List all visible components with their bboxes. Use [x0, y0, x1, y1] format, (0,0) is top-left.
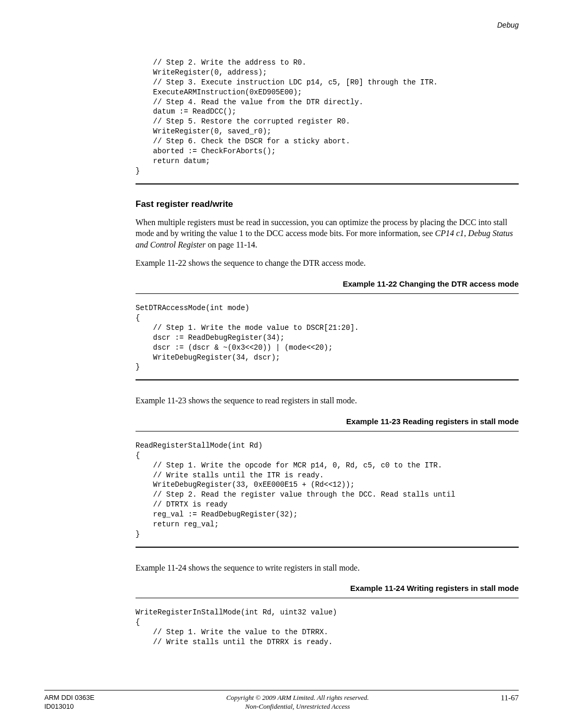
example-caption-11-24: Example 11-24 Writing registers in stall…	[136, 584, 519, 593]
para1-part-c: on page 11-14.	[206, 240, 258, 249]
footer-revid: ID013010	[44, 702, 94, 711]
header-section-label: Debug	[44, 21, 519, 29]
section-heading-fast-rw: Fast register read/write	[136, 199, 519, 209]
code-block-2: SetDTRAccessMode(int mode) { // Step 1. …	[136, 303, 519, 372]
example-caption-11-22: Example 11-22 Changing the DTR access mo…	[136, 279, 519, 288]
paragraph-ex22-lead: Example 11-22 shows the sequence to chan…	[136, 257, 519, 269]
paragraph-ex23-lead: Example 11-23 shows the sequence to read…	[136, 395, 519, 406]
code-block-4: WriteRegisterInStallMode(int Rd, uint32 …	[136, 608, 519, 647]
code-block-3: ReadRegisterStallMode(int Rd) { // Step …	[136, 441, 519, 539]
footer-copyright: Copyright © 2009 ARM Limited. All rights…	[94, 694, 500, 702]
rule	[136, 547, 519, 548]
paragraph-ex24-lead: Example 11-24 shows the sequence to writ…	[136, 562, 519, 574]
paragraph-intro: When multiple registers must be read in …	[136, 217, 519, 251]
code-block-1: // Step 2. Write the address to R0. Writ…	[136, 58, 519, 176]
footer-rule	[44, 690, 519, 690]
rule	[136, 431, 519, 431]
rule	[136, 598, 519, 598]
footer-classification: Non-Confidential, Unrestricted Access	[94, 702, 500, 711]
rule	[136, 379, 519, 380]
footer-docid: ARM DDI 0363E	[44, 694, 94, 702]
example-caption-11-23: Example 11-23 Reading registers in stall…	[136, 417, 519, 426]
rule	[136, 293, 519, 294]
footer-pagenum: 11-67	[501, 694, 519, 702]
page-footer: ARM DDI 0363E ID013010 Copyright © 2009 …	[44, 690, 519, 711]
rule	[136, 183, 519, 184]
